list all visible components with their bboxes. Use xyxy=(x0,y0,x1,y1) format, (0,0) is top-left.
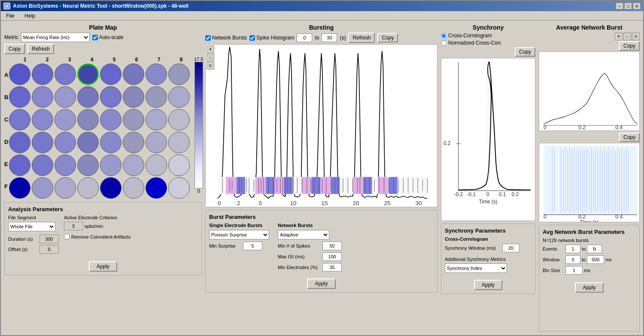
window-to-input[interactable] xyxy=(587,255,604,264)
well-3-0[interactable] xyxy=(9,132,30,153)
min-electrodes-input[interactable] xyxy=(322,263,342,272)
events-from-input[interactable] xyxy=(565,245,580,253)
bursting-section: Bursting Network Bursts Spike Histogram … xyxy=(205,24,437,207)
plate-refresh-button[interactable]: Refresh xyxy=(27,44,54,54)
well-5-1[interactable] xyxy=(32,177,53,199)
well-2-0[interactable] xyxy=(9,109,30,130)
window-from-input[interactable] xyxy=(565,255,580,264)
menu-help[interactable]: Help xyxy=(22,12,38,20)
well-5-3[interactable] xyxy=(77,177,99,199)
colorbar-max: 17.5 xyxy=(194,57,203,62)
well-5-2[interactable] xyxy=(55,177,76,199)
normalized-cross-corr-text: Normalized Cross-Corr. xyxy=(448,40,502,46)
events-to-input[interactable] xyxy=(587,245,602,253)
plate-map-section: Plate Map Metric Mean Firing Rate (Hz) A… xyxy=(4,24,202,200)
burst-zoom-plus[interactable]: + xyxy=(207,45,214,53)
remove-coincident-checkbox[interactable] xyxy=(64,234,70,239)
well-5-6[interactable] xyxy=(146,177,167,199)
close-button[interactable]: ✕ xyxy=(633,3,641,9)
burst-apply-button[interactable]: Apply xyxy=(307,278,335,289)
well-4-0[interactable] xyxy=(9,154,30,176)
well-3-5[interactable] xyxy=(123,132,144,153)
bin-size-input[interactable] xyxy=(565,266,583,275)
well-2-6[interactable] xyxy=(146,109,167,130)
min-surprise-input[interactable] xyxy=(243,242,262,250)
cross-correlogram-radio[interactable] xyxy=(441,33,447,39)
well-1-6[interactable] xyxy=(146,86,167,108)
well-4-6[interactable] xyxy=(146,154,167,176)
anb-zoom-fit[interactable]: = xyxy=(632,33,640,40)
well-5-4[interactable] xyxy=(100,177,122,199)
well-4-7[interactable] xyxy=(168,154,190,176)
well-0-0[interactable] xyxy=(9,64,30,85)
well-1-0[interactable] xyxy=(9,86,30,108)
well-0-4[interactable] xyxy=(100,64,122,85)
well-3-4[interactable] xyxy=(100,132,122,153)
well-3-2[interactable] xyxy=(55,132,76,153)
well-2-5[interactable] xyxy=(123,109,144,130)
well-2-4[interactable] xyxy=(100,109,122,130)
sync-window-input[interactable] xyxy=(502,244,519,252)
well-1-3[interactable] xyxy=(77,86,99,108)
well-2-2[interactable] xyxy=(55,109,76,130)
well-0-2[interactable] xyxy=(55,64,76,85)
well-4-4[interactable] xyxy=(100,154,122,176)
metric-select[interactable]: Mean Firing Rate (Hz) xyxy=(21,33,90,42)
max-isi-input[interactable] xyxy=(322,252,342,261)
well-3-6[interactable] xyxy=(146,132,167,153)
offset-input[interactable] xyxy=(39,245,59,254)
anb-apply-button[interactable]: Apply xyxy=(575,282,603,293)
minimize-button[interactable]: – xyxy=(616,3,623,9)
active-electrode-input[interactable] xyxy=(64,222,83,230)
spike-histogram-checkbox[interactable] xyxy=(249,35,255,41)
analysis-apply-button[interactable]: Apply xyxy=(89,261,117,272)
well-4-2[interactable] xyxy=(55,154,76,176)
well-2-1[interactable] xyxy=(32,109,53,130)
well-4-3[interactable] xyxy=(77,154,99,176)
autoscale-checkbox[interactable] xyxy=(92,35,98,40)
well-3-1[interactable] xyxy=(32,132,53,153)
well-1-1[interactable] xyxy=(32,86,53,108)
well-2-3[interactable] xyxy=(77,109,99,130)
bursting-copy-button[interactable]: Copy xyxy=(377,33,398,42)
sync-metric-select[interactable]: Synchrony Index xyxy=(445,263,507,273)
min-spikes-input[interactable] xyxy=(322,242,342,250)
menu-file[interactable]: File xyxy=(3,12,17,20)
anb-copy-top-button[interactable]: Copy xyxy=(619,41,640,51)
bursting-refresh-button[interactable]: Refresh xyxy=(348,33,375,43)
well-2-7[interactable] xyxy=(168,109,190,130)
plate-copy-button[interactable]: Copy xyxy=(4,44,25,54)
well-0-1[interactable] xyxy=(32,64,53,85)
network-bursts-checkbox[interactable] xyxy=(205,35,211,41)
well-4-1[interactable] xyxy=(32,154,53,176)
burst-method-select[interactable]: Poisson Surprise xyxy=(209,230,269,239)
file-segment-select[interactable]: Whole File xyxy=(8,222,55,231)
well-0-3[interactable] xyxy=(77,64,99,85)
duration-input[interactable] xyxy=(39,235,59,243)
sync-copy-button[interactable]: Copy xyxy=(515,47,535,57)
normalized-cross-corr-radio[interactable] xyxy=(441,40,447,46)
well-1-4[interactable] xyxy=(100,86,122,108)
burst-zoom-minus[interactable]: - xyxy=(207,54,214,61)
well-0-7[interactable] xyxy=(168,64,190,85)
well-5-5[interactable] xyxy=(123,177,144,199)
well-0-5[interactable] xyxy=(123,64,144,85)
maximize-button[interactable]: □ xyxy=(624,3,632,9)
well-0-6[interactable] xyxy=(146,64,167,85)
time-to-input[interactable] xyxy=(322,33,337,42)
network-method-select[interactable]: Adaptive xyxy=(278,230,329,239)
well-1-2[interactable] xyxy=(55,86,76,108)
well-4-5[interactable] xyxy=(123,154,144,176)
well-3-7[interactable] xyxy=(168,132,190,153)
anb-zoom-minus[interactable]: - xyxy=(623,33,631,40)
burst-zoom-fit[interactable]: = xyxy=(207,62,214,70)
anb-copy-bot-button[interactable]: Copy xyxy=(619,133,640,142)
well-5-7[interactable] xyxy=(168,177,190,199)
well-1-7[interactable] xyxy=(168,86,190,108)
well-5-0[interactable] xyxy=(9,177,30,199)
sync-apply-button[interactable]: Apply xyxy=(474,280,502,290)
well-1-5[interactable] xyxy=(123,86,144,108)
anb-zoom-plus[interactable]: + xyxy=(615,33,623,40)
well-3-3[interactable] xyxy=(77,132,99,153)
time-from-input[interactable] xyxy=(297,33,312,42)
